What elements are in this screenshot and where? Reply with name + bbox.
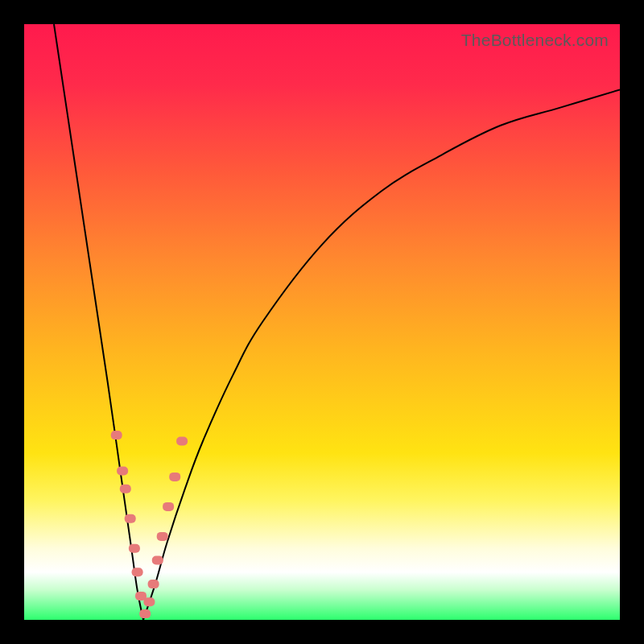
- chart-plot: [24, 24, 620, 620]
- chart-frame: TheBottleneck.com: [24, 24, 620, 620]
- data-marker: [129, 544, 140, 553]
- data-marker: [139, 609, 151, 618]
- bottleneck-curve-left: [54, 24, 143, 620]
- marker-group: [111, 431, 188, 618]
- bottleneck-curve-right: [143, 89, 620, 620]
- data-marker: [169, 473, 180, 481]
- data-marker: [125, 514, 136, 523]
- curve-right: [143, 89, 620, 620]
- data-marker: [163, 502, 174, 511]
- data-marker: [117, 467, 128, 476]
- data-marker: [176, 437, 188, 446]
- data-marker: [132, 568, 143, 576]
- data-marker: [143, 597, 155, 606]
- data-marker: [148, 580, 159, 588]
- data-marker: [120, 485, 131, 493]
- data-marker: [152, 556, 163, 565]
- curve-left: [54, 24, 143, 620]
- data-marker: [111, 431, 122, 440]
- data-marker: [157, 532, 168, 541]
